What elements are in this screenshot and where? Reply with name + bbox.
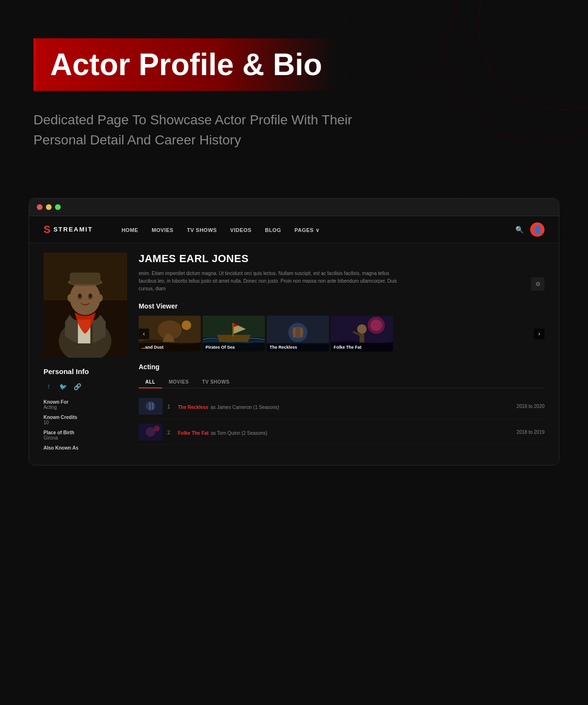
svg-point-19 [67, 294, 73, 302]
svg-point-31 [292, 327, 304, 338]
known-for-label: Known For [44, 399, 127, 405]
tab-movies[interactable]: MOVIES [162, 376, 196, 388]
known-credits-item: Known Credits 10 [44, 415, 127, 425]
svg-rect-26 [232, 323, 234, 336]
carousel-item-1-label: ...and Dust [139, 343, 201, 352]
user-icon[interactable]: 👤 [530, 222, 544, 237]
svg-point-43 [154, 426, 160, 431]
acting-info-1: The Reckless as James Cameron (1 Seasons… [178, 402, 512, 411]
acting-row-1: 1 The Reckless as James Cameron (1 Seaso… [139, 394, 544, 419]
content-area: ⚙ [29, 243, 559, 465]
nav-home[interactable]: HOME [121, 227, 138, 233]
acting-role-1: as James Cameron (1 Seasons) [210, 405, 279, 410]
personal-info: Personal Info f 🐦 🔗 Known For Acting Kno… [44, 367, 127, 451]
browser-dot-red [37, 204, 43, 210]
search-icon[interactable]: 🔍 [513, 223, 525, 236]
known-for-item: Known For Acting [44, 399, 127, 410]
tab-all[interactable]: ALL [139, 376, 162, 388]
inner-page: S STREAMIT HOME MOVIES TV SHOWS VIDEOS B… [29, 216, 559, 465]
acting-thumb-2 [139, 424, 163, 441]
carousel-item-4[interactable]: Folke The Fat [331, 316, 393, 352]
browser-dot-yellow [46, 204, 52, 210]
acting-year-2: 2018 to 2019 [517, 430, 544, 435]
svg-point-33 [357, 324, 367, 334]
acting-row-2: 2 Folke The Fat as Tom Quinn (2 Seasons)… [139, 420, 544, 445]
svg-rect-14 [70, 273, 100, 284]
carousel-item-3[interactable]: The Reckless [267, 316, 329, 352]
known-for-value: Acting [44, 405, 127, 410]
acting-thumb-1 [139, 398, 163, 415]
actor-bio: enim. Etiam imperdiet dictum magna. Ut t… [139, 270, 406, 293]
also-known-as-label: Also Known As [44, 445, 127, 451]
nav-movies[interactable]: MOVIES [152, 227, 174, 233]
place-of-birth-value: Girona [44, 435, 127, 441]
hero-subtitle: Dedicated Page To Showcase Actor Profile… [33, 110, 392, 150]
personal-info-title: Personal Info [44, 367, 127, 375]
browser-frame: S STREAMIT HOME MOVIES TV SHOWS VIDEOS B… [29, 198, 559, 465]
logo-text: STREAMIT [54, 226, 93, 233]
acting-title-2[interactable]: Folke The Fat [178, 430, 208, 436]
hero-title-wrapper: Actor Profile & Bio [33, 38, 337, 91]
known-credits-label: Known Credits [44, 415, 127, 420]
nav-blog[interactable]: BLOG [265, 227, 281, 233]
tab-tvshows[interactable]: TV SHOWS [196, 376, 236, 388]
acting-section: Acting ALL MOVIES TV SHOWS [139, 363, 544, 445]
acting-title-1[interactable]: The Reckless [178, 405, 208, 410]
nav-icons: 🔍 👤 [513, 222, 544, 237]
logo-letter: S [44, 223, 51, 236]
settings-button[interactable]: ⚙ [531, 277, 544, 291]
link-icon[interactable]: 🔗 [72, 381, 83, 392]
svg-rect-40 [152, 403, 153, 409]
acting-num-1: 1 [167, 404, 173, 409]
actor-photo [44, 253, 127, 358]
carousel-next-button[interactable]: › [534, 329, 544, 339]
acting-title: Acting [139, 363, 544, 371]
hero-section: Actor Profile & Bio Dedicated Page To Sh… [0, 0, 588, 179]
place-of-birth-label: Place of Birth [44, 430, 127, 435]
carousel-item-4-label: Folke The Fat [331, 343, 393, 352]
svg-point-17 [78, 294, 81, 297]
most-viewer-carousel: ‹ [139, 316, 544, 352]
known-credits-value: 10 [44, 420, 127, 425]
svg-point-20 [97, 294, 103, 302]
acting-role-2: as Tom Quinn (2 Seasons) [211, 430, 267, 436]
carousel-prev-button[interactable]: ‹ [139, 329, 149, 339]
most-viewer-title: Most Viewer [139, 302, 544, 310]
facebook-icon[interactable]: f [44, 381, 54, 392]
svg-rect-34 [359, 334, 364, 342]
place-of-birth-item: Place of Birth Girona [44, 430, 127, 441]
svg-point-23 [182, 320, 191, 330]
twitter-icon[interactable]: 🐦 [58, 381, 68, 392]
carousel-item-3-label: The Reckless [267, 343, 329, 352]
acting-year-1: 2018 to 2020 [517, 404, 544, 409]
acting-num-2: 2 [167, 430, 173, 435]
also-known-as-item: Also Known As [44, 445, 127, 451]
browser-dot-green [55, 204, 61, 210]
social-icons: f 🐦 🔗 [44, 381, 127, 392]
right-column: JAMES EARL JONES enim. Etiam imperdiet d… [139, 253, 544, 455]
svg-point-36 [370, 319, 382, 331]
browser-bar [29, 198, 559, 216]
svg-point-18 [89, 294, 92, 297]
logo: S STREAMIT [44, 223, 93, 236]
navbar: S STREAMIT HOME MOVIES TV SHOWS VIDEOS B… [29, 216, 559, 243]
carousel-item-2-label: Pirates Of Sea [203, 343, 265, 352]
acting-info-2: Folke The Fat as Tom Quinn (2 Seasons) [178, 428, 512, 437]
nav-videos[interactable]: VIDEOS [230, 227, 252, 233]
carousel-item-2[interactable]: Pirates Of Sea [203, 316, 265, 352]
nav-links: HOME MOVIES TV SHOWS VIDEOS BLOG PAGES ∨ [121, 225, 513, 234]
acting-list: 1 The Reckless as James Cameron (1 Seaso… [139, 394, 544, 445]
actor-name: JAMES EARL JONES [139, 253, 544, 265]
svg-rect-39 [149, 403, 151, 409]
left-column: Personal Info f 🐦 🔗 Known For Acting Kno… [44, 253, 127, 455]
nav-pages[interactable]: PAGES ∨ [294, 227, 319, 233]
carousel-track: ...and Dust [139, 316, 544, 352]
actor-photo-bg [44, 253, 127, 358]
acting-tabs: ALL MOVIES TV SHOWS [139, 376, 544, 388]
nav-tvshows[interactable]: TV SHOWS [187, 227, 217, 233]
page-title: Actor Profile & Bio [50, 48, 322, 81]
